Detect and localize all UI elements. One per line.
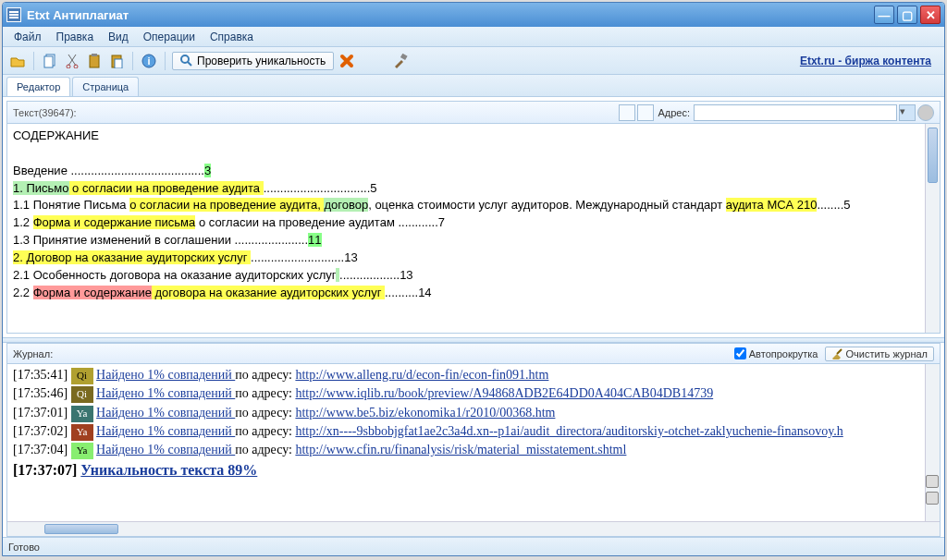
log-panel: Журнал: Автопрокрутка Очистить журнал [1…	[6, 343, 941, 537]
match-url[interactable]: http://www.cfin.ru/finanalysis/risk/mate…	[295, 443, 626, 457]
menu-view[interactable]: Вид	[101, 29, 136, 45]
uniqueness-result: [17:37:07] Уникальность текста 89%	[13, 459, 934, 481]
svg-rect-4	[90, 55, 99, 67]
svg-rect-7	[115, 59, 122, 68]
app-icon	[6, 7, 21, 22]
log-row: [17:35:46] Qi Найдено 1% совпадений по а…	[13, 384, 934, 403]
editor-body: СОДЕРЖАНИЕ Введение ....................…	[7, 124, 940, 333]
log-body: [17:35:41] Qi Найдено 1% совпадений по а…	[7, 364, 940, 521]
found-link[interactable]: Найдено 1% совпадений	[96, 368, 235, 382]
minimize-button[interactable]: —	[874, 6, 894, 24]
doc-heading: СОДЕРЖАНИЕ	[13, 128, 99, 142]
svg-rect-1	[44, 56, 53, 67]
log-time: [17:35:46]	[13, 386, 68, 400]
engine-badge: Qi	[71, 368, 93, 384]
check-label: Проверить уникальность	[197, 55, 326, 67]
tab-editor[interactable]: Редактор	[6, 77, 70, 96]
hammer-icon[interactable]	[391, 52, 410, 70]
maximize-button[interactable]: ▢	[897, 6, 917, 24]
menubar: Файл Правка Вид Операции Справка	[3, 27, 944, 47]
match-url[interactable]: http://xn----9sbbobjgfat1ae2c3a4d.xn--p1…	[295, 424, 842, 438]
titlebar: Etxt Антиплагиат — ▢ ✕	[3, 3, 944, 27]
magnifier-icon	[180, 55, 193, 67]
uniqueness-link[interactable]: Уникальность текста 89%	[80, 462, 257, 478]
svg-rect-5	[92, 54, 97, 56]
address-input[interactable]	[694, 104, 897, 121]
log-time: [17:37:02]	[13, 424, 68, 438]
log-row: [17:37:02] Ya Найдено 1% совпадений по а…	[13, 422, 934, 441]
menu-help[interactable]: Справка	[203, 29, 261, 45]
found-link[interactable]: Найдено 1% совпадений	[96, 406, 235, 420]
go-dropdown-button[interactable]: ▾	[899, 104, 916, 121]
text-count-label: Текст(39647):	[13, 107, 77, 118]
close-button[interactable]: ✕	[920, 6, 941, 24]
paste-icon[interactable]	[85, 52, 104, 70]
editor-panel: Текст(39647): Адрес: ▾ СОДЕРЖАНИЕ Введен…	[6, 101, 941, 334]
view-mode1-button[interactable]	[619, 104, 635, 121]
log-row: [17:37:01] Ya Найдено 1% совпадений по а…	[13, 404, 934, 422]
engine-badge: Ya	[71, 443, 93, 459]
found-link[interactable]: Найдено 1% совпадений	[96, 424, 235, 438]
address-label: Адрес:	[658, 107, 690, 118]
etxt-link[interactable]: Etxt.ru - биржа контента	[800, 55, 931, 67]
toolbar: i Проверить уникальность Etxt.ru - биржа…	[3, 47, 944, 75]
info-icon[interactable]: i	[140, 52, 158, 70]
match-url[interactable]: http://www.be5.biz/ekonomika1/r2010/0036…	[295, 406, 555, 420]
broom-icon	[831, 348, 842, 359]
svg-text:i: i	[147, 55, 150, 67]
svg-point-10	[181, 55, 189, 63]
stop-button[interactable]	[917, 104, 934, 121]
log-title: Журнал:	[13, 348, 53, 359]
tab-page[interactable]: Страница	[72, 77, 139, 96]
window-title: Etxt Антиплагиат	[27, 8, 129, 22]
match-url[interactable]: http://www.alleng.ru/d/econ-fin/econ-fin…	[295, 368, 548, 382]
menu-edit[interactable]: Правка	[49, 29, 102, 45]
clear-log-button[interactable]: Очистить журнал	[825, 347, 934, 361]
svg-rect-11	[400, 54, 408, 60]
log-time: [17:37:01]	[13, 406, 68, 420]
paste2-icon[interactable]	[107, 52, 126, 70]
log-row: [17:35:41] Qi Найдено 1% совпадений по а…	[13, 366, 934, 384]
menu-file[interactable]: Файл	[6, 29, 49, 45]
log-time: [17:35:41]	[13, 368, 68, 382]
open-icon[interactable]	[8, 52, 27, 70]
tabs: Редактор Страница	[3, 75, 944, 97]
log-time: [17:37:04]	[13, 443, 68, 457]
copy-icon[interactable]	[41, 52, 59, 70]
editor-toolbar: Текст(39647): Адрес: ▾	[7, 102, 940, 124]
statusbar: Готово	[3, 537, 944, 555]
app-window: Etxt Антиплагиат — ▢ ✕ Файл Правка Вид О…	[2, 2, 945, 556]
status-text: Готово	[8, 542, 40, 553]
found-link[interactable]: Найдено 1% совпадений	[96, 443, 235, 457]
cut-icon[interactable]	[63, 52, 81, 70]
menu-ops[interactable]: Операции	[136, 29, 203, 45]
match-url[interactable]: http://www.iqlib.ru/book/preview/A94868A…	[295, 386, 713, 400]
check-uniqueness-button[interactable]: Проверить уникальность	[172, 52, 334, 70]
engine-badge: Qi	[71, 386, 93, 403]
log-hscrollbar[interactable]	[7, 521, 940, 536]
found-link[interactable]: Найдено 1% совпадений	[96, 386, 235, 400]
log-tool1-icon[interactable]	[926, 475, 939, 488]
log-header: Журнал: Автопрокрутка Очистить журнал	[7, 344, 940, 364]
engine-badge: Ya	[71, 424, 93, 441]
view-mode2-button[interactable]	[637, 104, 654, 121]
log-row: [17:37:04] Ya Найдено 1% совпадений по а…	[13, 441, 934, 459]
cancel-icon[interactable]	[338, 52, 356, 70]
editor-text[interactable]: СОДЕРЖАНИЕ Введение ....................…	[7, 124, 940, 305]
log-tool2-icon[interactable]	[926, 492, 939, 505]
engine-badge: Ya	[71, 406, 93, 422]
autoscroll-checkbox[interactable]: Автопрокрутка	[734, 347, 818, 359]
editor-scrollbar[interactable]	[925, 124, 940, 333]
